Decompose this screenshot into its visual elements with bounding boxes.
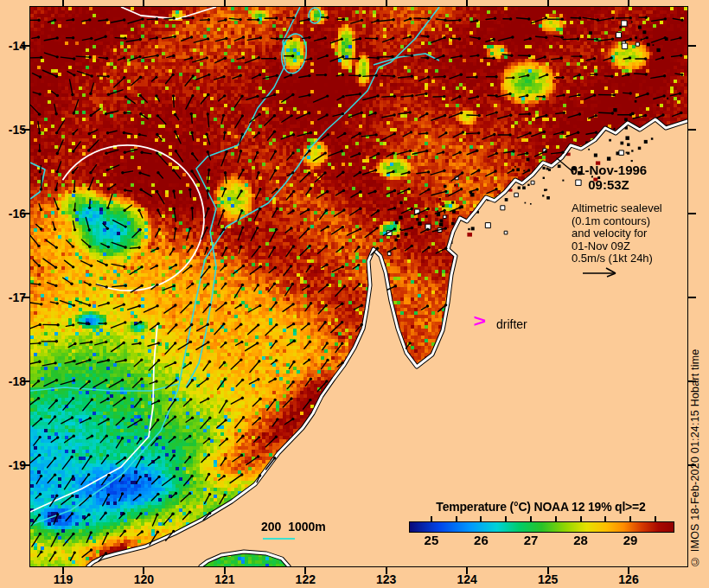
colorbar-tick [431,516,432,521]
lon-axis-label: 124 [448,572,486,586]
altimetric-line: 01-Nov 09Z [572,240,662,253]
colorbar-label: 26 [468,533,494,547]
axis-tick [304,0,306,6]
sst-map-page: 119120121122123124125126-14-15-16-17-18-… [0,0,709,588]
colorbar-tick [505,516,507,521]
velocity-scale-arrow-icon [581,265,619,278]
map-canvas [29,6,688,567]
colorbar-title: Temperature (°C) NOAA 12 19% ql>=2 [409,500,673,514]
lat-axis-label: -16 [0,207,26,220]
lon-axis-label: 121 [206,572,244,586]
lat-axis-label: -19 [0,458,26,472]
pass-time: 09:53Z [562,177,655,192]
axis-tick [224,0,226,6]
altimetric-line: Altimetric sealevel [572,202,662,215]
lon-axis-label: 123 [367,572,406,586]
lon-axis-label: 125 [529,572,567,586]
lat-axis-label: -14 [0,39,26,53]
axis-tick [688,129,696,131]
colorbar-tick [629,516,631,521]
colorbar-tick [555,516,557,521]
axis-tick [143,0,144,6]
colorbar-label: 27 [518,533,544,547]
axis-tick [688,45,696,47]
altimetric-line: (0.1m contours) [572,215,662,228]
colorbar-tick [530,516,532,521]
axis-tick [547,0,549,6]
axis-tick [628,0,629,6]
colorbar-gradient [409,521,674,533]
lon-axis-label: 122 [286,572,324,586]
colorbar-tick [655,516,656,521]
drifter-label: drifter [496,317,527,331]
lat-axis-label: -17 [0,291,26,304]
drifter-marker-icon: > [474,311,487,331]
colorbar-tick [604,516,606,521]
bathymetry-legend-label: 200 1000m [261,520,326,534]
axis-tick [688,213,696,214]
lon-axis-label: 126 [610,572,648,586]
altimetric-line: and velocity for [572,227,662,240]
axis-tick [466,0,468,6]
axis-tick [62,0,64,6]
altimetric-note: Altimetric sealevel (0.1m contours) and … [572,202,662,265]
colorbar-label: 28 [568,533,594,547]
pass-date: 01-Nov-1996 [562,163,655,177]
altimetric-line: 0.5m/s (1kt 24h) [572,252,662,265]
colorbar-label: 29 [617,533,643,547]
axis-tick [386,0,387,6]
bathymetry-legend-line-icon [263,538,295,540]
copyright-text: © IMOS 18-Feb-2020 01:24:15 Hobart time [689,334,703,567]
colorbar-tick [480,516,482,521]
colorbar-tick [580,516,582,521]
colorbar-label: 25 [418,533,444,547]
pass-datetime-label: 01-Nov-1996 09:53Z [562,163,655,192]
lat-axis-label: -15 [0,123,26,137]
lat-axis-label: -18 [0,374,26,388]
lon-axis-label: 119 [44,572,82,586]
colorbar-tick [456,516,457,521]
axis-tick [688,297,696,298]
lon-axis-label: 120 [125,572,163,586]
